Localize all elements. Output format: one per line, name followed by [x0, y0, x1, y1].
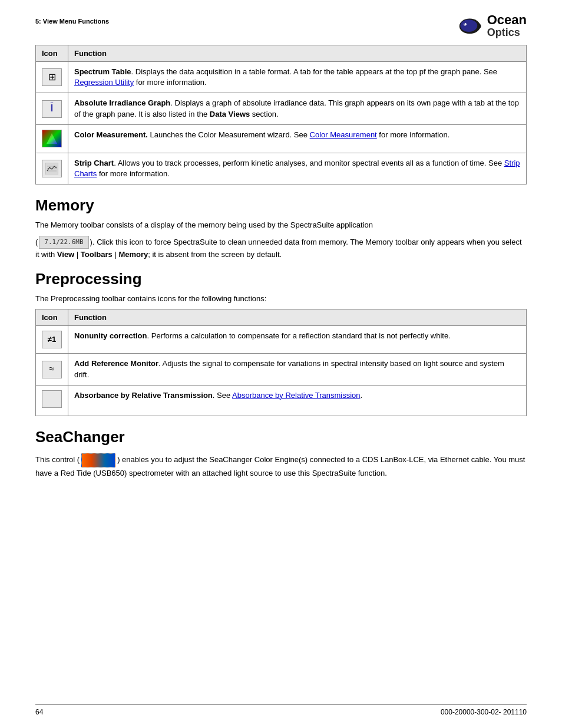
svg-point-1	[460, 19, 477, 32]
svg-marker-5	[47, 133, 57, 144]
pipe2: |	[113, 250, 119, 259]
toolbars-bold: Toolbars	[81, 250, 113, 259]
absorbance-icon-cell	[36, 385, 68, 416]
color-measurement-icon	[42, 130, 62, 147]
irradiance-icon: I	[42, 100, 62, 118]
spectrum-table-desc: Spectrum Table. Displays the data acquis…	[68, 62, 527, 93]
prep-col-icon-header: Icon	[36, 309, 68, 326]
seachanger-heading: SeaChanger	[35, 428, 527, 446]
seachanger-text1: This control (	[35, 455, 80, 464]
memory-toolbar-display: 7.1/22.6MB	[39, 236, 88, 249]
spectrum-table-cell: ⊞	[36, 62, 68, 93]
strip-chart-desc: Strip Chart. Allows you to track process…	[68, 153, 527, 184]
irradiance-text2: section.	[250, 110, 278, 118]
logo-optics: Optics	[487, 27, 527, 39]
page: 5: View Menu Functions Ocean Optics	[0, 0, 562, 728]
memory-text-before: The Memory toolbar consists of a display…	[35, 220, 373, 229]
logo-container: Ocean Optics	[457, 12, 527, 40]
memory-text: The Memory toolbar consists of a display…	[35, 219, 527, 231]
ocean-optics-logo-icon	[457, 12, 485, 40]
prep-col-function-header: Function	[68, 309, 527, 326]
color-meas-text: Launches the Color Measurement wizard. S…	[148, 130, 310, 139]
logo-text: Ocean Optics	[487, 13, 527, 39]
data-views-bold: Data Views	[210, 110, 250, 118]
add-ref-desc: Add Reference Monitor. Adjusts the signa…	[68, 354, 527, 385]
memory-bold: Memory	[118, 250, 148, 259]
page-header: 5: View Menu Functions Ocean Optics	[35, 12, 527, 40]
color-meas-desc: Color Measurement. Launches the Color Me…	[68, 124, 527, 153]
breadcrumb: 5: View Menu Functions	[35, 12, 109, 25]
col-function-header: Function	[68, 45, 527, 62]
strip-chart-text: . Allows you to track processes, perform…	[114, 159, 504, 167]
logo-area: Ocean Optics	[457, 12, 527, 40]
absorbance-text: . See	[213, 391, 232, 400]
spectrum-table-after: for more information.	[134, 78, 207, 87]
seachanger-text: This control () enables you to adjust th…	[35, 453, 527, 479]
doc-number: 000-20000-300-02- 201110	[441, 708, 527, 716]
nonunity-bold: Nonunity correction	[74, 331, 147, 340]
absorbance-bold: Absorbance by Relative Transmission	[74, 391, 213, 400]
add-ref-icon-cell: ≈	[36, 354, 68, 385]
table-row: Strip Chart. Allows you to track process…	[36, 153, 527, 184]
regression-utility-link[interactable]: Regression Utility	[74, 78, 134, 87]
page-number: 64	[35, 708, 43, 716]
add-reference-monitor-icon: ≈	[42, 361, 62, 378]
spectrum-table-text: . Displays the data acquisition in a tab…	[131, 67, 498, 76]
irradiance-icon-cell: I	[36, 93, 68, 124]
absorbance-desc: Absorbance by Relative Transmission. See…	[68, 385, 527, 416]
view-bold: View	[57, 250, 74, 259]
table-row: Absorbance by Relative Transmission. See…	[36, 385, 527, 416]
col-icon-header: Icon	[36, 45, 68, 62]
absorbance-icon	[42, 390, 62, 408]
memory-detail-text: (7.1/22.6MB). Click this icon to force S…	[35, 236, 527, 261]
memory-heading: Memory	[35, 196, 527, 215]
color-measurement-link[interactable]: Color Measurement	[310, 130, 377, 139]
color-measurement-icon-cell	[36, 124, 68, 153]
logo-ocean: Ocean	[487, 13, 527, 27]
nonunity-desc: Nonunity correction. Performs a calculat…	[68, 326, 527, 354]
strip-chart-bold: Strip Chart	[74, 159, 114, 167]
nonunity-text: . Performs a calculation to compensate f…	[147, 331, 451, 340]
seachanger-control-icon	[81, 453, 115, 467]
preprocessing-table: Icon Function ≠1 Nonunity correction. Pe…	[35, 309, 527, 416]
table-row: ≠1 Nonunity correction. Performs a calcu…	[36, 326, 527, 354]
absorbance-link[interactable]: Absorbance by Relative Transmission	[232, 391, 361, 400]
strip-chart-icon-cell	[36, 153, 68, 184]
preprocessing-heading: Preprocessing	[35, 270, 527, 288]
strip-chart-after: for more information.	[97, 169, 170, 178]
table-row: ≈ Add Reference Monitor. Adjusts the sig…	[36, 354, 527, 385]
spectrum-table-icon: ⊞	[42, 68, 62, 86]
color-meas-bold: Color Measurement.	[74, 130, 148, 139]
nonunity-correction-icon: ≠1	[42, 331, 62, 348]
svg-point-3	[464, 23, 465, 24]
table-row: ⊞ Spectrum Table. Displays the data acqu…	[36, 62, 527, 93]
page-footer: 64 000-20000-300-02- 201110	[35, 704, 527, 716]
strip-chart-icon	[42, 160, 62, 177]
irradiance-bold: Absolute Irradiance Graph	[74, 98, 170, 107]
table-row: I Absolute Irradiance Graph. Displays a …	[36, 93, 527, 124]
color-meas-after: for more information.	[377, 130, 450, 139]
pipe1: |	[74, 250, 81, 259]
spectrum-table-bold: Spectrum Table	[74, 67, 131, 76]
memory-end: ; it is absent from the screen by defaul…	[148, 250, 282, 259]
irradiance-desc: Absolute Irradiance Graph. Displays a gr…	[68, 93, 527, 124]
nonunity-icon-cell: ≠1	[36, 326, 68, 354]
preprocessing-intro: The Preprocessing toolbar contains icons…	[35, 293, 527, 305]
add-ref-bold: Add Reference Monitor	[74, 359, 158, 368]
table-row: Color Measurement. Launches the Color Me…	[36, 124, 527, 153]
absorbance-after: .	[361, 391, 363, 400]
view-menu-table: Icon Function ⊞ Spectrum Table. Displays…	[35, 45, 527, 185]
